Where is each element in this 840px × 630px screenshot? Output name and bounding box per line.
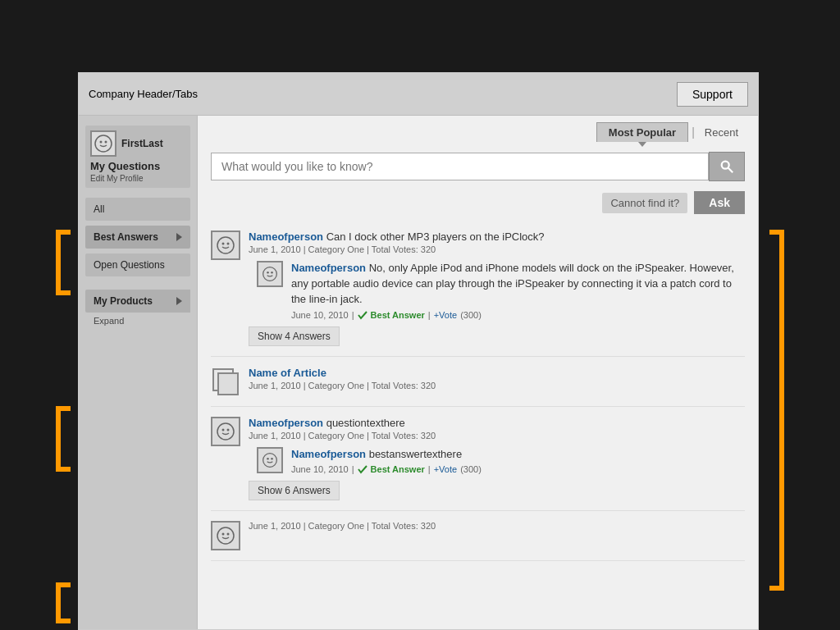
- tab-recent[interactable]: Recent: [698, 123, 745, 142]
- bracket-decoration-3: [56, 582, 71, 623]
- svg-point-17: [217, 527, 234, 544]
- question-body-1: Nameofperson Can I dock other MP3 player…: [249, 231, 745, 346]
- tab-divider: |: [692, 126, 695, 139]
- vote-link-1[interactable]: +Vote: [434, 310, 457, 320]
- answer-date-1: June 10, 2010: [291, 310, 349, 320]
- svg-point-10: [271, 272, 273, 274]
- question-meta-4: June 1, 2010 | Category One | Total Vote…: [249, 521, 745, 531]
- question-meta-2: June 1, 2010 | Category One | Total Vote…: [249, 381, 745, 390]
- question-meta-1: June 1, 2010 | Category One | Total Vote…: [249, 244, 745, 254]
- arrow-right-icon: [176, 233, 182, 241]
- company-header-title: Company Header/Tabs: [89, 88, 198, 100]
- question-author-1[interactable]: Nameofperson: [249, 231, 323, 243]
- avatar-a3: [257, 447, 283, 473]
- sidebar-all-btn[interactable]: All: [85, 198, 190, 221]
- svg-point-14: [263, 453, 277, 467]
- svg-point-2: [105, 141, 107, 144]
- question-author-3[interactable]: Nameofperson: [249, 417, 323, 429]
- answer-text-3: Nameofperson bestanswertexthere: [291, 447, 745, 463]
- svg-line-4: [728, 168, 733, 172]
- question-body-4: June 1, 2010 | Category One | Total Vote…: [249, 521, 745, 550]
- article-title[interactable]: Name of Article: [249, 367, 326, 379]
- best-answer-badge-3: Best Answer: [371, 464, 425, 474]
- best-answer-badge-1: Best Answer: [371, 310, 425, 320]
- svg-point-15: [267, 458, 269, 460]
- search-button[interactable]: [709, 152, 745, 181]
- show-answers-1[interactable]: Show 4 Answers: [249, 326, 340, 346]
- sidebar: FirstLast My Questions Edit My Profile A…: [79, 116, 198, 629]
- svg-point-11: [217, 423, 234, 440]
- cannot-find-text: Cannot find it?: [602, 193, 687, 213]
- answer-body-1: Nameofperson No, only Apple iPod and iPh…: [291, 261, 745, 320]
- article-sq2: [217, 372, 239, 395]
- svg-point-13: [227, 428, 230, 431]
- question-title-2: Name of Article: [249, 367, 745, 379]
- question-body-3: Nameofperson questiontexthere June 1, 20…: [249, 417, 745, 501]
- svg-point-0: [95, 135, 112, 152]
- svg-point-8: [263, 267, 277, 281]
- cannot-find-row: Cannot find it? Ask: [198, 188, 758, 221]
- vote-count-3: (300): [460, 464, 482, 474]
- tab-most-popular[interactable]: Most Popular: [596, 122, 688, 142]
- bracket-decoration-1: [56, 230, 71, 295]
- svg-point-18: [222, 533, 225, 536]
- questions-list: Nameofperson Can I dock other MP3 player…: [198, 221, 758, 629]
- user-avatar-row: FirstLast: [90, 130, 163, 157]
- support-button[interactable]: Support: [677, 82, 748, 107]
- vote-count-1: (300): [460, 310, 482, 320]
- question-body-2: Name of Article June 1, 2010 | Category …: [249, 367, 745, 396]
- user-profile: FirstLast My Questions Edit My Profile: [85, 126, 190, 188]
- question-item-3: Nameofperson questiontexthere June 1, 20…: [211, 407, 745, 512]
- answer-author-3[interactable]: Nameofperson: [291, 448, 366, 460]
- question-item-2: Name of Article June 1, 2010 | Category …: [211, 357, 745, 407]
- article-icon: [211, 367, 240, 396]
- avatar-q3: [211, 417, 240, 446]
- content-area: Most Popular | Recent Can: [198, 116, 758, 629]
- my-products-section: My Products Expand: [85, 290, 190, 326]
- show-answers-3[interactable]: Show 6 Answers: [249, 481, 340, 500]
- main-layout: FirstLast My Questions Edit My Profile A…: [79, 116, 758, 629]
- checkmark-icon: [358, 310, 368, 320]
- answer-author-1[interactable]: Nameofperson: [291, 262, 366, 274]
- question-text-3: questiontexthere: [326, 417, 405, 429]
- vote-link-3[interactable]: +Vote: [434, 464, 457, 474]
- edit-profile-link[interactable]: Edit My Profile: [90, 174, 143, 183]
- bracket-decoration-2: [56, 406, 71, 472]
- tabs-row: Most Popular | Recent: [198, 116, 758, 145]
- username: FirstLast: [121, 138, 163, 149]
- question-title-1: Nameofperson Can I dock other MP3 player…: [249, 231, 745, 243]
- search-input[interactable]: [211, 153, 709, 180]
- my-products-btn[interactable]: My Products: [85, 290, 190, 313]
- question-item-4: June 1, 2010 | Category One | Total Vote…: [211, 511, 745, 561]
- answer-date-3: June 10, 2010: [291, 464, 349, 474]
- outer-wrapper: Company Header/Tabs Support: [0, 0, 840, 630]
- svg-point-6: [222, 243, 225, 245]
- answer-meta-3: June 10, 2010 | Best Answer | +Vote (300…: [291, 464, 745, 474]
- answer-item-3: Nameofperson bestanswertexthere June 10,…: [257, 447, 745, 475]
- question-title-3: Nameofperson questiontexthere: [249, 417, 745, 429]
- my-products-label: My Products: [94, 295, 153, 307]
- svg-point-16: [271, 458, 273, 460]
- avatar-q1: [211, 231, 240, 260]
- answer-text-1: Nameofperson No, only Apple iPod and iPh…: [291, 261, 745, 308]
- sidebar-best-answers-btn[interactable]: Best Answers: [85, 226, 190, 249]
- question-text-1: Can I dock other MP3 players on the iPCl…: [326, 231, 545, 243]
- company-header: Company Header/Tabs Support: [79, 73, 758, 116]
- products-arrow-icon: [176, 297, 182, 305]
- expand-label[interactable]: Expand: [85, 316, 190, 326]
- svg-point-19: [227, 533, 230, 536]
- answer-body-3: Nameofperson bestanswertexthere June 10,…: [291, 447, 745, 475]
- svg-point-3: [722, 162, 729, 169]
- avatar: [90, 130, 116, 157]
- answer-meta-1: June 10, 2010 | Best Answer | +Vote (300…: [291, 310, 745, 320]
- question-item-1: Nameofperson Can I dock other MP3 player…: [211, 221, 745, 357]
- app-container: Company Header/Tabs Support: [78, 72, 759, 630]
- checkmark-icon-3: [358, 464, 368, 474]
- my-questions-label: My Questions: [90, 160, 160, 172]
- search-row: [198, 145, 758, 188]
- ask-button[interactable]: Ask: [694, 191, 745, 214]
- sidebar-open-questions-btn[interactable]: Open Questions: [85, 253, 190, 276]
- bracket-decoration-right: [769, 230, 784, 591]
- avatar-q4: [211, 521, 240, 550]
- svg-point-5: [217, 237, 234, 253]
